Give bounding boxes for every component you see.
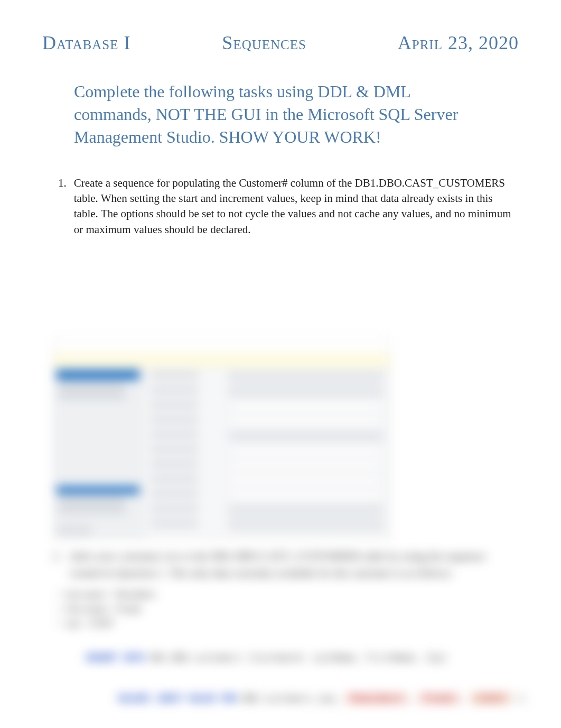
form-label bbox=[151, 417, 198, 423]
sidebar-item bbox=[59, 497, 125, 503]
dialog-form bbox=[143, 367, 390, 538]
form-label bbox=[151, 387, 198, 393]
sidebar-section bbox=[57, 486, 139, 494]
form-field bbox=[229, 491, 383, 500]
question-text-line: created in Question 1. The only data cur… bbox=[70, 567, 453, 579]
form-label bbox=[151, 476, 198, 482]
sql-code-line-2: VALUES (NEXT VALUE FOR DBO.customers_seq… bbox=[53, 678, 519, 719]
dialog-titlebar bbox=[53, 338, 390, 353]
form-field bbox=[229, 431, 383, 441]
question-number: 1. bbox=[58, 176, 67, 238]
form-label bbox=[151, 402, 198, 408]
sql-code-line-1: INSERT INTO DB1.DBO.customers (Customer#… bbox=[53, 638, 519, 679]
question-2: 2. Add a new customer row to the DB1.DBO… bbox=[53, 548, 508, 582]
question-text: Create a sequence for populating the Cus… bbox=[74, 176, 513, 238]
form-field bbox=[229, 520, 383, 530]
dialog-button-row bbox=[59, 526, 90, 535]
sidebar-item-general bbox=[57, 370, 139, 380]
dialog-warning-strip bbox=[53, 353, 390, 367]
form-label bbox=[151, 431, 198, 438]
list-item: • zip = 23567 bbox=[58, 616, 519, 631]
form-label bbox=[151, 461, 198, 467]
form-label bbox=[151, 491, 198, 497]
sidebar-item bbox=[59, 506, 125, 513]
form-field bbox=[229, 476, 383, 485]
header-course: Database I bbox=[42, 32, 131, 54]
form-field bbox=[229, 402, 383, 411]
question-1: 1. Create a sequence for populating the … bbox=[58, 176, 513, 238]
form-label bbox=[151, 505, 198, 512]
dialog-sidebar bbox=[53, 367, 143, 538]
sequence-properties-dialog bbox=[53, 338, 391, 539]
page-header: Database I Sequences April 23, 2020 bbox=[42, 32, 519, 54]
assignment-instructions: Complete the following tasks using DDL &… bbox=[74, 80, 487, 149]
question-2-data-list: • last name = Shoulders • first name = F… bbox=[58, 587, 519, 631]
dialog-button bbox=[59, 526, 90, 535]
question-text-line: Add a new customer row to the DB1.DBO.CA… bbox=[69, 550, 485, 563]
sidebar-item bbox=[59, 392, 125, 399]
form-label bbox=[151, 446, 198, 453]
form-field bbox=[229, 505, 383, 515]
blurred-preview-region: 2. Add a new customer row to the DB1.DBO… bbox=[42, 253, 519, 719]
sidebar-item bbox=[59, 383, 125, 389]
form-label bbox=[151, 520, 198, 527]
form-field bbox=[229, 446, 383, 456]
form-label bbox=[151, 372, 198, 379]
form-field bbox=[229, 387, 383, 397]
list-item: • last name = Shoulders bbox=[58, 587, 519, 602]
header-date: April 23, 2020 bbox=[398, 32, 519, 54]
header-topic: Sequences bbox=[222, 32, 306, 54]
list-item: • first name = Frank bbox=[58, 602, 519, 616]
question-number: 2. bbox=[53, 550, 61, 563]
form-field bbox=[229, 417, 383, 426]
form-field bbox=[229, 372, 383, 382]
form-field bbox=[229, 461, 383, 471]
